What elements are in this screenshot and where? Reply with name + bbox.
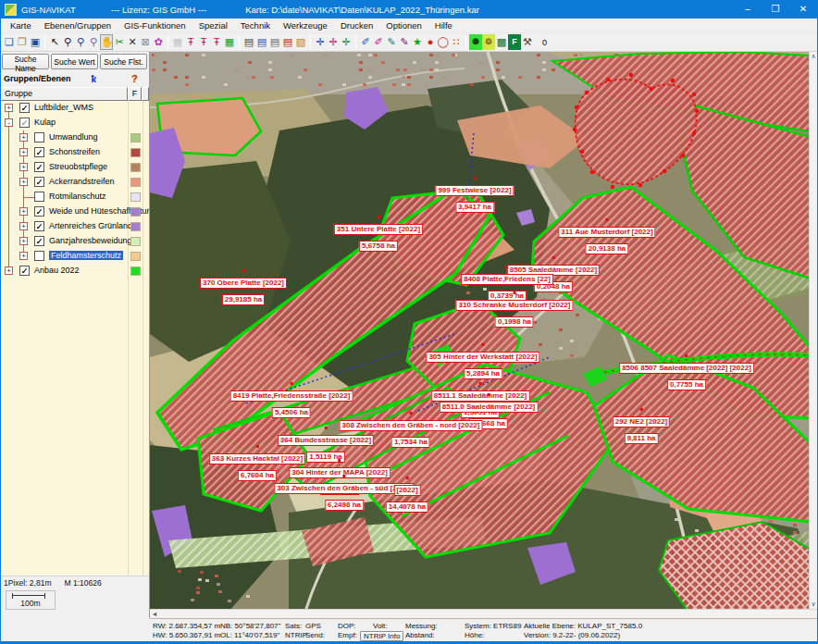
layer-label-anbau-2022[interactable]: Anbau 2022 <box>34 266 80 275</box>
tree-expander-icon[interactable]: + <box>5 104 13 112</box>
layer-tool-2-icon[interactable]: Ŧ <box>197 34 210 50</box>
draw-polygon-icon[interactable]: ★ <box>411 34 424 50</box>
tree-expander-icon[interactable]: + <box>19 207 28 216</box>
column-header-flag[interactable]: F <box>128 87 142 101</box>
gps-flag-icon[interactable]: ✛ <box>327 34 340 50</box>
tree-expander-icon[interactable]: + <box>19 163 28 171</box>
layer-color-swatch[interactable] <box>130 163 141 172</box>
print-page-icon[interactable]: ▤ <box>268 34 281 50</box>
raster-points-icon[interactable]: ∷ <box>450 34 463 50</box>
print-icon[interactable]: ▤ <box>242 34 255 50</box>
photo-icon[interactable]: ▧ <box>294 34 307 50</box>
f-mode-icon[interactable]: F <box>508 34 521 50</box>
draw-p-icon[interactable]: ✎ <box>398 34 411 50</box>
save-map-icon[interactable]: ▣ <box>29 34 42 50</box>
layer-color-swatch[interactable] <box>130 133 141 142</box>
layer-checkbox-feldhamsterschutz[interactable] <box>34 251 44 261</box>
search-value-button[interactable]: Suche Wert <box>51 54 98 69</box>
pan-icon[interactable]: ✋ <box>100 34 113 50</box>
menu-hilfe[interactable]: Hilfe <box>428 19 459 32</box>
layer-color-swatch[interactable] <box>130 252 141 261</box>
minimize-button[interactable]: – <box>734 0 762 19</box>
open-map-icon[interactable]: ❐ <box>16 34 29 50</box>
tractor-photo-icon[interactable]: ▩ <box>495 34 508 50</box>
layer-label-ackerrandstreifen[interactable]: Ackerrandstreifen <box>49 177 115 186</box>
layer-checkbox-kulap[interactable]: ✓ <box>19 118 30 128</box>
menu-optionen[interactable]: Optionen <box>379 19 428 32</box>
frame-icon[interactable]: ⊠ <box>139 34 152 50</box>
tree-expander-icon[interactable]: + <box>19 178 28 186</box>
layer-checkbox-artenreiches-grünland[interactable]: ✓ <box>34 221 44 231</box>
column-header-gruppe[interactable]: Gruppe <box>1 87 128 101</box>
layer-color-swatch[interactable] <box>130 237 141 246</box>
tree-expander-icon[interactable]: + <box>19 222 28 230</box>
layer-grid-icon[interactable]: ▦ <box>223 34 236 50</box>
zoom-previous-icon[interactable]: ⚲ <box>87 34 100 50</box>
help-icon[interactable]: ? <box>131 73 138 84</box>
maximize-button[interactable]: ❐ <box>762 0 789 19</box>
menu-spezial[interactable]: Spezial <box>192 19 234 32</box>
new-map-icon[interactable]: ❏ <box>3 34 16 50</box>
print-red-icon[interactable]: ▤ <box>281 34 294 50</box>
layer-label-artenreiches-grünland[interactable]: Artenreiches Grünland <box>49 221 132 230</box>
menu-gis-funktionen[interactable]: GIS-Funktionen <box>118 19 192 32</box>
delete-icon[interactable]: ✕ <box>126 34 139 50</box>
layer-label-streuobstpflege[interactable]: Streuobstpflege <box>49 162 107 171</box>
layer-color-swatch[interactable] <box>130 207 141 217</box>
draw-arrow-icon[interactable]: ✐ <box>372 34 385 50</box>
gps-pos-icon[interactable]: ✛ <box>340 34 353 50</box>
layer-label-umwandlung[interactable]: Umwandlung <box>49 132 98 142</box>
layer-label-schonstreifen[interactable]: Schonstreifen <box>49 147 100 156</box>
draw-line-icon[interactable]: ✐ <box>359 34 372 50</box>
tractor-icon[interactable]: ⚙ <box>482 34 495 50</box>
layer-color-swatch[interactable] <box>130 222 141 231</box>
layer-tool-1-icon[interactable]: Ŧ <box>184 34 197 50</box>
layer-checkbox-rotmilanschutz[interactable] <box>34 192 44 202</box>
layer-label-luftbilder-wms[interactable]: Luftbilder_WMS <box>34 103 93 112</box>
grid-icon[interactable]: ▦ <box>171 34 184 50</box>
draw-a-icon[interactable]: ✎ <box>385 34 398 50</box>
scroll-up-icon[interactable]: ∧ <box>811 53 815 60</box>
scroll-left-icon[interactable]: ◂ <box>153 610 156 618</box>
layer-color-swatch[interactable] <box>130 192 141 202</box>
layer-label-rotmilanschutz[interactable]: Rotmilanschutz <box>49 192 106 201</box>
field-walk-icon[interactable]: ⚉ <box>469 34 482 50</box>
layer-color-swatch[interactable] <box>130 148 141 157</box>
layer-checkbox-anbau-2022[interactable]: ✓ <box>19 266 30 276</box>
layer-checkbox-schonstreifen[interactable]: ✓ <box>34 147 44 157</box>
close-button[interactable]: ✕ <box>789 0 817 19</box>
tree-expander-icon[interactable]: + <box>5 266 13 275</box>
menu-werkzeuge[interactable]: Werkzeuge <box>277 19 334 32</box>
layer-color-swatch[interactable] <box>130 178 141 187</box>
layer-tool-3-icon[interactable]: Ŧ <box>210 34 223 50</box>
tree-expander-icon[interactable]: + <box>19 237 28 245</box>
zoom-in-icon[interactable]: ⚲ <box>61 34 74 50</box>
measure-icon[interactable]: ✂ <box>113 34 126 50</box>
layer-color-swatch[interactable] <box>130 266 141 276</box>
gps-sat-icon[interactable]: ✛ <box>314 34 327 50</box>
layer-checkbox-luftbilder-wms[interactable]: ✓ <box>19 103 30 113</box>
search-name-button[interactable]: Suche Name <box>2 54 49 69</box>
menu-karte[interactable]: Karte <box>4 19 38 32</box>
horizontal-scrollbar[interactable]: ◂ <box>150 609 817 618</box>
layer-checkbox-umwandlung[interactable] <box>34 132 44 142</box>
vertical-scrollbar[interactable]: ∧ ∨ <box>809 52 817 609</box>
layer-checkbox-weide-und-hüteschafhaltung[interactable]: ✓ <box>34 206 44 217</box>
tractor-dark-icon[interactable]: ⚒ <box>521 34 534 50</box>
layer-checkbox-ackerrandstreifen[interactable]: ✓ <box>34 177 44 187</box>
layer-label-feldhamsterschutz[interactable]: Feldhamsterschutz <box>49 251 123 260</box>
zoom-window-icon[interactable]: ⚲ <box>74 34 87 50</box>
draw-ellipse-icon[interactable]: ◯ <box>437 34 450 50</box>
layer-label-ganzjahresbeweidung[interactable]: Ganzjahresbeweidung <box>49 236 132 245</box>
ntrip-info-button[interactable]: NTRIP Info <box>360 631 403 641</box>
menu-drucken[interactable]: Drucken <box>334 19 379 32</box>
menu-ebenen-gruppen[interactable]: Ebenen/Gruppen <box>38 19 118 32</box>
palette-icon[interactable]: ✿ <box>152 34 165 50</box>
layer-checkbox-ganzjahresbeweidung[interactable]: ✓ <box>34 236 44 246</box>
layer-label-kulap[interactable]: Kulap <box>34 118 56 127</box>
tree-expander-icon[interactable]: + <box>19 252 28 260</box>
tree-expander-icon[interactable]: + <box>19 133 28 142</box>
search-parcel-button[interactable]: Suche Flst. <box>100 54 147 69</box>
tree-expander-icon[interactable]: + <box>19 148 28 156</box>
tree-expander-icon[interactable]: - <box>5 118 13 127</box>
